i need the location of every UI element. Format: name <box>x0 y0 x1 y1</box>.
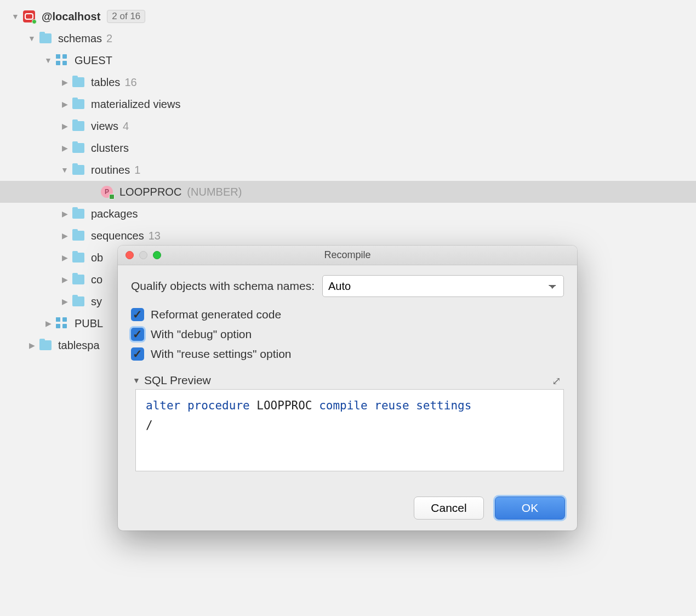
folder-icon <box>72 121 84 131</box>
chevron-right-icon[interactable] <box>59 274 70 285</box>
tree-label: co <box>91 273 102 286</box>
folder-icon <box>72 253 84 263</box>
dialog-titlebar[interactable]: Recompile <box>118 246 577 265</box>
chevron-right-icon[interactable] <box>59 296 70 307</box>
sql-preview-header[interactable]: SQL Preview ⤢ <box>131 374 564 387</box>
chevron-right-icon[interactable] <box>59 142 70 153</box>
qualify-row: Qualify objects with schema names: Auto <box>131 275 564 297</box>
qualify-select[interactable]: Auto <box>322 275 564 297</box>
schema-icon <box>56 54 68 66</box>
schema-icon <box>56 317 68 329</box>
sql-slash: / <box>146 419 153 432</box>
chevron-down-icon[interactable] <box>59 164 70 175</box>
dialog-title: Recompile <box>118 249 577 261</box>
tree-item-schemas[interactable]: schemas 2 <box>0 27 696 49</box>
tree-item-schema-guest[interactable]: GUEST <box>0 49 696 71</box>
checkbox-reuse-label: With "reuse settings" option <box>151 347 292 361</box>
qualify-label: Qualify objects with schema names: <box>131 280 315 293</box>
folder-icon <box>39 340 52 350</box>
sql-kw-reuse: reuse <box>374 399 409 412</box>
sql-kw-compile: compile <box>319 399 368 412</box>
tree-label: sequences <box>91 230 144 242</box>
chevron-right-icon[interactable] <box>59 208 70 219</box>
tree-label: routines <box>91 164 130 176</box>
tree-count: 16 <box>124 76 136 89</box>
tree-count: 4 <box>123 120 129 133</box>
tree-label: views <box>91 120 118 133</box>
chevron-down-icon[interactable] <box>43 55 54 66</box>
tree-label: GUEST <box>75 54 112 67</box>
tree-count: 1 <box>134 164 140 176</box>
sql-kw-settings: settings <box>416 399 471 412</box>
folder-icon <box>72 231 84 241</box>
folder-icon <box>39 33 52 43</box>
tree-count: 2 <box>106 32 112 45</box>
procedure-type: (NUMBER) <box>187 186 242 198</box>
checkbox-debug-label: With "debug" option <box>151 328 252 341</box>
chevron-down-icon[interactable] <box>10 11 21 22</box>
tree-label: packages <box>91 208 138 220</box>
sql-kw-alter: alter <box>146 399 180 412</box>
tree-item-routines[interactable]: routines 1 <box>0 159 696 181</box>
tree-item-tables[interactable]: tables 16 <box>0 71 696 93</box>
folder-icon <box>72 165 84 175</box>
ok-button[interactable]: OK <box>495 497 565 520</box>
dialog-body: Qualify objects with schema names: Auto … <box>118 265 577 489</box>
folder-icon <box>72 77 84 87</box>
checkbox-reformat-label: Reformat generated code <box>151 308 281 321</box>
arrow-none <box>88 186 99 197</box>
tree-label: LOOPPROC <box>119 186 181 198</box>
sql-preview[interactable]: alter procedure LOOPPROC compile reuse s… <box>135 389 564 471</box>
recompile-dialog: Recompile Qualify objects with schema na… <box>118 246 577 531</box>
tree-label: tables <box>91 76 120 89</box>
checkbox-reformat-row[interactable]: Reformat generated code <box>131 308 564 321</box>
tree-label: tablespa <box>58 339 100 352</box>
oracle-icon <box>23 10 35 22</box>
checkbox-reuse[interactable] <box>131 347 144 361</box>
checkbox-debug-row[interactable]: With "debug" option <box>131 328 564 341</box>
expand-icon[interactable]: ⤢ <box>552 374 564 386</box>
checkbox-reformat[interactable] <box>131 308 144 321</box>
tree-item-sequences[interactable]: sequences 13 <box>0 225 696 247</box>
procedure-icon-letter: P <box>105 188 109 196</box>
tree-count: 13 <box>149 230 161 242</box>
chevron-right-icon[interactable] <box>59 99 70 110</box>
folder-icon <box>72 99 84 109</box>
chevron-right-icon[interactable] <box>43 318 54 329</box>
sql-id-name: LOOPPROC <box>256 399 312 412</box>
folder-icon <box>72 209 84 219</box>
tree-item-matviews[interactable]: materialized views <box>0 93 696 115</box>
dialog-buttons: Cancel OK <box>118 489 577 531</box>
procedure-icon: P <box>101 186 113 198</box>
sql-preview-label: SQL Preview <box>144 374 211 387</box>
tree-label: PUBL <box>75 317 103 330</box>
tree-label: ob <box>91 252 103 264</box>
tree-label: sy <box>91 295 102 308</box>
chevron-right-icon[interactable] <box>59 252 70 263</box>
datasource-count-badge: 2 of 16 <box>107 10 145 23</box>
tree-item-views[interactable]: views 4 <box>0 115 696 137</box>
folder-icon <box>72 275 84 284</box>
tree-item-clusters[interactable]: clusters <box>0 137 696 159</box>
checkbox-reuse-row[interactable]: With "reuse settings" option <box>131 347 564 361</box>
tree-item-procedure[interactable]: P LOOPPROC (NUMBER) <box>0 181 696 203</box>
chevron-down-icon[interactable] <box>26 33 37 44</box>
tree-label: materialized views <box>91 98 180 111</box>
cancel-button[interactable]: Cancel <box>414 497 484 520</box>
datasource-label: @localhost <box>42 10 100 23</box>
folder-icon <box>72 296 84 306</box>
chevron-down-icon[interactable] <box>131 375 142 386</box>
chevron-right-icon[interactable] <box>59 230 70 241</box>
chevron-right-icon[interactable] <box>59 77 70 88</box>
chevron-right-icon[interactable] <box>59 121 70 132</box>
folder-icon <box>72 143 84 153</box>
tree-item-datasource[interactable]: @localhost 2 of 16 <box>0 5 696 27</box>
tree-label: schemas <box>58 32 102 45</box>
sql-kw-procedure: procedure <box>187 399 250 412</box>
tree-item-packages[interactable]: packages <box>0 203 696 225</box>
checkbox-debug[interactable] <box>131 328 144 341</box>
chevron-right-icon[interactable] <box>26 340 37 351</box>
tree-label: clusters <box>91 142 129 155</box>
